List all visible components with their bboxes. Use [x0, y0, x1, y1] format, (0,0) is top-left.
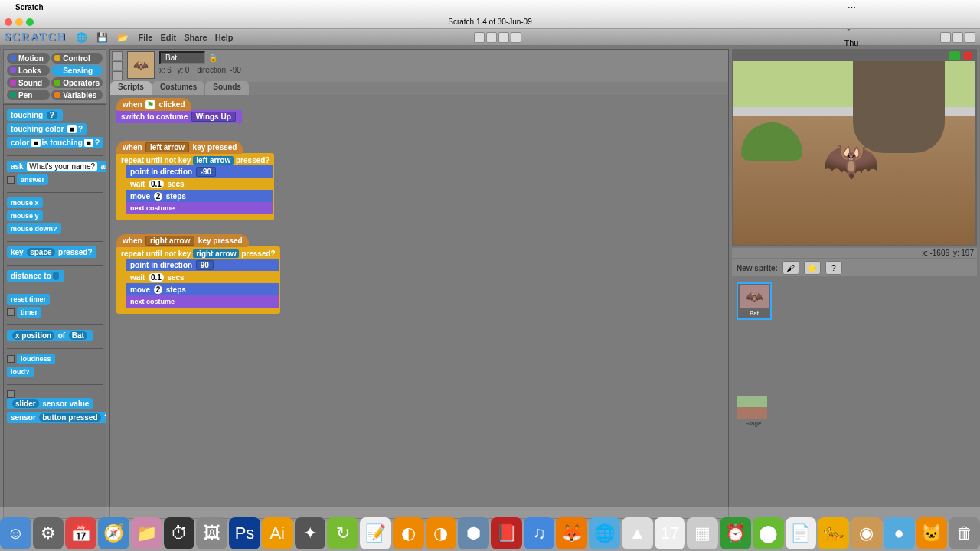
dock-app-icon[interactable]: ✦: [295, 517, 326, 549]
dock-app-icon[interactable]: ◉: [851, 517, 882, 549]
repeat-until-block[interactable]: repeat until not key right arrow pressed…: [116, 246, 280, 314]
loud-block[interactable]: loud?: [7, 367, 34, 377]
app-name[interactable]: Scratch: [15, 3, 44, 11]
timer-checkbox[interactable]: [7, 308, 15, 316]
dock-app-icon[interactable]: 🦊: [556, 517, 587, 549]
category-looks[interactable]: Looks: [7, 65, 50, 76]
dock-app-icon[interactable]: 🌐: [589, 517, 620, 549]
mousex-block[interactable]: mouse x: [7, 197, 43, 208]
stage[interactable]: 🦇: [733, 61, 975, 245]
dock-app-icon[interactable]: ⚙: [33, 517, 64, 549]
category-control[interactable]: Control: [51, 53, 103, 64]
dock-app-icon[interactable]: 📁: [131, 517, 162, 549]
cut-tool[interactable]: [486, 32, 497, 43]
dock-app-icon[interactable]: 🧭: [98, 517, 129, 549]
clock-day[interactable]: Thu: [844, 38, 859, 47]
script-stack-2[interactable]: when left arrow key pressed repeat until…: [116, 141, 274, 220]
touching-block[interactable]: touching ?: [7, 109, 63, 121]
ask-block[interactable]: ask What's your name? and wait: [7, 161, 106, 172]
sensor-value-block[interactable]: slider sensor value: [7, 398, 93, 409]
large-stage-button[interactable]: [952, 32, 963, 43]
dock-app-icon[interactable]: 🗑: [949, 517, 980, 549]
dock-app-icon[interactable]: ☺: [0, 517, 31, 549]
minimize-window-button[interactable]: [15, 18, 23, 26]
dock-app-icon[interactable]: 🖼: [196, 517, 227, 549]
rotation-style-2[interactable]: [112, 61, 122, 70]
save-icon[interactable]: 💾: [96, 32, 108, 43]
sensor-value-checkbox[interactable]: [7, 390, 15, 398]
mousey-block[interactable]: mouse y: [7, 210, 43, 221]
zoom-window-button[interactable]: [26, 18, 34, 26]
shrink-tool[interactable]: [511, 32, 521, 43]
when-key-pressed-hat[interactable]: when left arrow key pressed: [116, 141, 243, 154]
next-costume-block[interactable]: next costume: [126, 202, 273, 214]
tab-sounds[interactable]: Sounds: [205, 81, 249, 95]
globe-icon[interactable]: 🌐: [76, 32, 87, 43]
tab-scripts[interactable]: Scripts: [110, 81, 152, 95]
open-icon[interactable]: 📂: [117, 32, 129, 43]
answer-block[interactable]: answer: [17, 174, 48, 185]
category-motion[interactable]: Motion: [7, 53, 50, 64]
point-direction-block[interactable]: point in direction 90: [126, 259, 279, 272]
dock-app-icon[interactable]: 📄: [786, 517, 817, 549]
grow-tool[interactable]: [498, 32, 509, 43]
script-stack-3[interactable]: when right arrow key pressed repeat unti…: [116, 234, 280, 314]
wait-block[interactable]: wait 0.1 secs: [126, 178, 273, 191]
switch-costume-block[interactable]: switch to costume Wings Up: [116, 110, 242, 123]
presentation-button[interactable]: [965, 32, 975, 43]
dock-app-icon[interactable]: ⬤: [753, 517, 784, 549]
next-costume-block[interactable]: next costume: [126, 295, 279, 308]
timer-block[interactable]: timer: [17, 307, 41, 318]
loudness-block[interactable]: loudness: [17, 354, 55, 364]
dock-app-icon[interactable]: ↻: [327, 517, 358, 549]
when-key-pressed-hat[interactable]: when right arrow key pressed: [116, 234, 249, 247]
distance-block[interactable]: distance to: [7, 270, 64, 282]
category-sound[interactable]: Sound: [7, 77, 50, 88]
repeat-until-block[interactable]: repeat until not key left arrow pressed?…: [116, 153, 274, 220]
dock-app-icon[interactable]: ●: [884, 517, 915, 549]
reset-timer-block[interactable]: reset timer: [7, 294, 50, 305]
edit-menu[interactable]: Edit: [160, 33, 176, 42]
move-block[interactable]: move 2 steps: [126, 283, 279, 296]
share-menu[interactable]: Share: [184, 33, 207, 42]
dock-app-icon[interactable]: 17: [655, 517, 686, 549]
category-variables[interactable]: Variables: [51, 90, 103, 100]
dock-app-icon[interactable]: 🐆: [818, 517, 849, 549]
paint-sprite-button[interactable]: 🖌: [782, 261, 799, 275]
category-sensing[interactable]: Sensing: [51, 65, 103, 76]
dock-app-icon[interactable]: 📝: [360, 517, 391, 549]
touching-color-block[interactable]: touching color ■?: [7, 123, 87, 135]
sprite-thumbnail[interactable]: 🦇: [127, 51, 155, 79]
mousedown-block[interactable]: mouse down?: [7, 223, 61, 234]
wait-block[interactable]: wait 0.1 secs: [126, 271, 279, 284]
dock-app-icon[interactable]: ⬢: [458, 517, 489, 549]
dock-app-icon[interactable]: ▦: [687, 517, 718, 549]
green-flag-button[interactable]: [949, 51, 960, 60]
loudness-checkbox[interactable]: [7, 355, 15, 363]
key-pressed-block[interactable]: key space pressed?: [7, 246, 96, 258]
sensor-button-block[interactable]: sensor button pressed ?: [7, 412, 106, 423]
rotation-style-3[interactable]: [112, 71, 122, 80]
sprite-name-input[interactable]: [159, 51, 205, 64]
rotation-style-1[interactable]: [112, 51, 122, 60]
stage-sprite-bat[interactable]: 🦇: [822, 138, 884, 207]
tab-costumes[interactable]: Costumes: [152, 81, 204, 95]
point-direction-block[interactable]: point in direction -90: [126, 165, 273, 178]
choose-sprite-button[interactable]: ⭐: [804, 261, 821, 275]
dock-app-icon[interactable]: ▲: [622, 517, 653, 549]
dock-app-icon[interactable]: ◐: [393, 517, 424, 549]
stamp-tool[interactable]: [474, 32, 485, 43]
random-sprite-button[interactable]: ?: [825, 261, 842, 275]
stop-button[interactable]: [963, 51, 972, 60]
dock-app-icon[interactable]: Ai: [262, 517, 293, 549]
dock-app-icon[interactable]: ⏰: [720, 517, 751, 549]
category-pen[interactable]: Pen: [7, 90, 50, 100]
script-stack-1[interactable]: when ⚑ clicked switch to costume Wings U…: [116, 98, 242, 123]
category-operators[interactable]: Operators: [51, 77, 103, 88]
close-window-button[interactable]: [5, 18, 12, 26]
dock-app-icon[interactable]: 🐱: [916, 517, 948, 549]
dock-app-icon[interactable]: 📅: [65, 517, 96, 549]
sprite-item-bat[interactable]: 🦇 Bat: [737, 282, 772, 320]
when-flag-clicked-hat[interactable]: when ⚑ clicked: [116, 98, 191, 111]
menubar-icon[interactable]: ⋯: [848, 3, 856, 13]
